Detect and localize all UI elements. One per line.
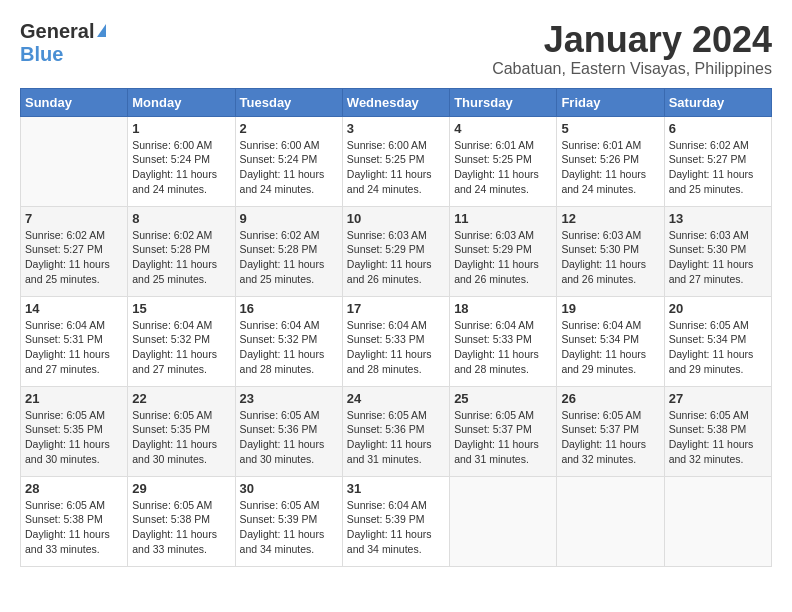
calendar-cell: 20Sunrise: 6:05 AMSunset: 5:34 PMDayligh… (664, 296, 771, 386)
calendar-cell: 27Sunrise: 6:05 AMSunset: 5:38 PMDayligh… (664, 386, 771, 476)
day-info: Sunrise: 6:01 AMSunset: 5:25 PMDaylight:… (454, 138, 552, 197)
header-sunday: Sunday (21, 88, 128, 116)
day-number: 10 (347, 211, 445, 226)
day-number: 3 (347, 121, 445, 136)
day-number: 11 (454, 211, 552, 226)
location-subtitle: Cabatuan, Eastern Visayas, Philippines (492, 60, 772, 78)
day-info: Sunrise: 6:02 AMSunset: 5:27 PMDaylight:… (25, 228, 123, 287)
day-info: Sunrise: 6:04 AMSunset: 5:34 PMDaylight:… (561, 318, 659, 377)
calendar-cell: 11Sunrise: 6:03 AMSunset: 5:29 PMDayligh… (450, 206, 557, 296)
day-info: Sunrise: 6:02 AMSunset: 5:28 PMDaylight:… (240, 228, 338, 287)
day-number: 29 (132, 481, 230, 496)
day-info: Sunrise: 6:00 AMSunset: 5:24 PMDaylight:… (132, 138, 230, 197)
calendar-cell: 28Sunrise: 6:05 AMSunset: 5:38 PMDayligh… (21, 476, 128, 566)
calendar-cell: 2Sunrise: 6:00 AMSunset: 5:24 PMDaylight… (235, 116, 342, 206)
day-info: Sunrise: 6:02 AMSunset: 5:28 PMDaylight:… (132, 228, 230, 287)
page-header: General Blue January 2024 Cabatuan, East… (20, 20, 772, 78)
calendar-cell: 22Sunrise: 6:05 AMSunset: 5:35 PMDayligh… (128, 386, 235, 476)
day-info: Sunrise: 6:03 AMSunset: 5:29 PMDaylight:… (347, 228, 445, 287)
day-info: Sunrise: 6:03 AMSunset: 5:30 PMDaylight:… (561, 228, 659, 287)
calendar-cell: 24Sunrise: 6:05 AMSunset: 5:36 PMDayligh… (342, 386, 449, 476)
day-number: 1 (132, 121, 230, 136)
header-saturday: Saturday (664, 88, 771, 116)
day-info: Sunrise: 6:04 AMSunset: 5:39 PMDaylight:… (347, 498, 445, 557)
day-number: 21 (25, 391, 123, 406)
calendar-cell: 4Sunrise: 6:01 AMSunset: 5:25 PMDaylight… (450, 116, 557, 206)
calendar-cell: 7Sunrise: 6:02 AMSunset: 5:27 PMDaylight… (21, 206, 128, 296)
logo-general: General (20, 20, 94, 43)
calendar-cell: 16Sunrise: 6:04 AMSunset: 5:32 PMDayligh… (235, 296, 342, 386)
day-number: 12 (561, 211, 659, 226)
day-number: 19 (561, 301, 659, 316)
calendar-cell: 3Sunrise: 6:00 AMSunset: 5:25 PMDaylight… (342, 116, 449, 206)
calendar-cell: 9Sunrise: 6:02 AMSunset: 5:28 PMDaylight… (235, 206, 342, 296)
day-number: 22 (132, 391, 230, 406)
day-number: 16 (240, 301, 338, 316)
calendar-cell: 30Sunrise: 6:05 AMSunset: 5:39 PMDayligh… (235, 476, 342, 566)
day-number: 31 (347, 481, 445, 496)
day-info: Sunrise: 6:05 AMSunset: 5:35 PMDaylight:… (25, 408, 123, 467)
day-number: 6 (669, 121, 767, 136)
calendar-cell: 17Sunrise: 6:04 AMSunset: 5:33 PMDayligh… (342, 296, 449, 386)
day-info: Sunrise: 6:05 AMSunset: 5:36 PMDaylight:… (347, 408, 445, 467)
day-number: 27 (669, 391, 767, 406)
day-info: Sunrise: 6:05 AMSunset: 5:38 PMDaylight:… (132, 498, 230, 557)
calendar-cell: 26Sunrise: 6:05 AMSunset: 5:37 PMDayligh… (557, 386, 664, 476)
day-number: 9 (240, 211, 338, 226)
calendar-cell: 1Sunrise: 6:00 AMSunset: 5:24 PMDaylight… (128, 116, 235, 206)
day-number: 13 (669, 211, 767, 226)
calendar-cell: 5Sunrise: 6:01 AMSunset: 5:26 PMDaylight… (557, 116, 664, 206)
day-info: Sunrise: 6:05 AMSunset: 5:35 PMDaylight:… (132, 408, 230, 467)
calendar-cell: 18Sunrise: 6:04 AMSunset: 5:33 PMDayligh… (450, 296, 557, 386)
day-number: 5 (561, 121, 659, 136)
day-number: 18 (454, 301, 552, 316)
day-info: Sunrise: 6:04 AMSunset: 5:32 PMDaylight:… (132, 318, 230, 377)
header-wednesday: Wednesday (342, 88, 449, 116)
calendar-cell (664, 476, 771, 566)
weekday-header-row: Sunday Monday Tuesday Wednesday Thursday… (21, 88, 772, 116)
calendar-cell: 25Sunrise: 6:05 AMSunset: 5:37 PMDayligh… (450, 386, 557, 476)
header-friday: Friday (557, 88, 664, 116)
day-info: Sunrise: 6:05 AMSunset: 5:36 PMDaylight:… (240, 408, 338, 467)
day-info: Sunrise: 6:04 AMSunset: 5:31 PMDaylight:… (25, 318, 123, 377)
calendar-cell (450, 476, 557, 566)
header-tuesday: Tuesday (235, 88, 342, 116)
day-number: 15 (132, 301, 230, 316)
day-info: Sunrise: 6:05 AMSunset: 5:37 PMDaylight:… (454, 408, 552, 467)
day-info: Sunrise: 6:03 AMSunset: 5:30 PMDaylight:… (669, 228, 767, 287)
calendar-cell: 12Sunrise: 6:03 AMSunset: 5:30 PMDayligh… (557, 206, 664, 296)
calendar-cell: 19Sunrise: 6:04 AMSunset: 5:34 PMDayligh… (557, 296, 664, 386)
calendar-cell: 10Sunrise: 6:03 AMSunset: 5:29 PMDayligh… (342, 206, 449, 296)
day-info: Sunrise: 6:02 AMSunset: 5:27 PMDaylight:… (669, 138, 767, 197)
day-info: Sunrise: 6:04 AMSunset: 5:32 PMDaylight:… (240, 318, 338, 377)
day-info: Sunrise: 6:03 AMSunset: 5:29 PMDaylight:… (454, 228, 552, 287)
logo-triangle-icon (97, 24, 106, 37)
title-section: January 2024 Cabatuan, Eastern Visayas, … (492, 20, 772, 78)
month-title: January 2024 (492, 20, 772, 60)
calendar-week-row: 21Sunrise: 6:05 AMSunset: 5:35 PMDayligh… (21, 386, 772, 476)
calendar-cell: 6Sunrise: 6:02 AMSunset: 5:27 PMDaylight… (664, 116, 771, 206)
day-number: 14 (25, 301, 123, 316)
logo: General Blue (20, 20, 106, 66)
day-info: Sunrise: 6:01 AMSunset: 5:26 PMDaylight:… (561, 138, 659, 197)
calendar-cell: 23Sunrise: 6:05 AMSunset: 5:36 PMDayligh… (235, 386, 342, 476)
calendar-cell: 13Sunrise: 6:03 AMSunset: 5:30 PMDayligh… (664, 206, 771, 296)
logo-blue: Blue (20, 43, 63, 65)
calendar-cell: 21Sunrise: 6:05 AMSunset: 5:35 PMDayligh… (21, 386, 128, 476)
day-number: 25 (454, 391, 552, 406)
day-info: Sunrise: 6:00 AMSunset: 5:24 PMDaylight:… (240, 138, 338, 197)
day-number: 2 (240, 121, 338, 136)
day-info: Sunrise: 6:05 AMSunset: 5:39 PMDaylight:… (240, 498, 338, 557)
calendar-cell: 31Sunrise: 6:04 AMSunset: 5:39 PMDayligh… (342, 476, 449, 566)
day-info: Sunrise: 6:00 AMSunset: 5:25 PMDaylight:… (347, 138, 445, 197)
day-number: 4 (454, 121, 552, 136)
calendar-week-row: 28Sunrise: 6:05 AMSunset: 5:38 PMDayligh… (21, 476, 772, 566)
day-number: 7 (25, 211, 123, 226)
calendar-cell (557, 476, 664, 566)
day-number: 30 (240, 481, 338, 496)
calendar-week-row: 7Sunrise: 6:02 AMSunset: 5:27 PMDaylight… (21, 206, 772, 296)
day-info: Sunrise: 6:04 AMSunset: 5:33 PMDaylight:… (347, 318, 445, 377)
calendar-cell: 8Sunrise: 6:02 AMSunset: 5:28 PMDaylight… (128, 206, 235, 296)
calendar-cell: 15Sunrise: 6:04 AMSunset: 5:32 PMDayligh… (128, 296, 235, 386)
calendar-table: Sunday Monday Tuesday Wednesday Thursday… (20, 88, 772, 567)
